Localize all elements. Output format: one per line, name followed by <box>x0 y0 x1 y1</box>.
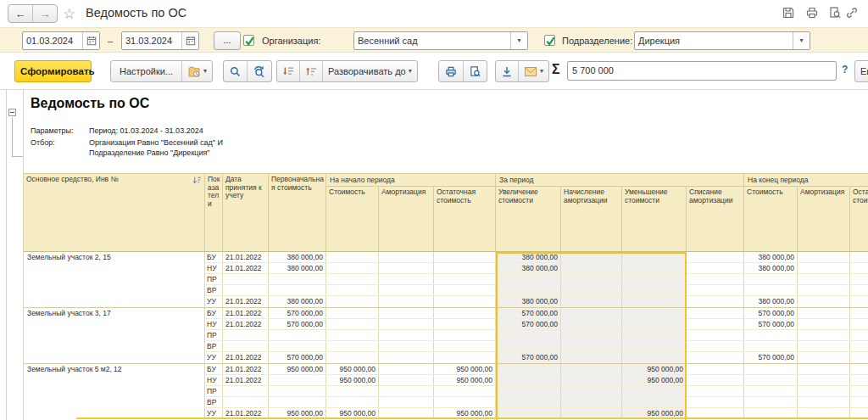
cell-b_resid[interactable] <box>434 330 496 340</box>
cell-e_am[interactable] <box>798 364 850 374</box>
cell-b_resid[interactable] <box>434 341 496 351</box>
cell-b_resid[interactable] <box>434 319 496 329</box>
cell-e_res[interactable] <box>850 397 868 407</box>
org-checkbox[interactable] <box>243 35 254 46</box>
print-preview-button[interactable] <box>463 61 487 81</box>
cell-p_am[interactable] <box>561 341 622 351</box>
cell-ind[interactable]: БУ <box>205 364 223 374</box>
cell-p_dec[interactable] <box>622 319 687 329</box>
cell-e_cost[interactable] <box>744 274 798 284</box>
cell-ind[interactable]: БУ <box>205 252 223 262</box>
header-increase[interactable]: Увеличение стоимости <box>496 187 561 251</box>
header-date[interactable]: Дата принятия к учету <box>223 174 269 251</box>
help-button[interactable]: ? <box>842 64 848 76</box>
cell-e_cost[interactable]: 380 000,00 <box>744 296 798 307</box>
calendar-button-from[interactable] <box>82 32 99 49</box>
cell-p_am[interactable] <box>561 408 622 419</box>
cell-p_dec[interactable] <box>622 263 687 273</box>
cell-p_inc[interactable] <box>496 274 561 284</box>
org-dropdown-button[interactable]: ▾ <box>510 32 527 49</box>
cell-p_dec[interactable]: 950 000,00 <box>622 364 687 374</box>
cell-e_res[interactable] <box>850 386 868 396</box>
header-initial-cost[interactable]: Первоначальная стоимость <box>269 174 326 251</box>
cell-b_cost[interactable] <box>326 263 379 273</box>
find-next-button[interactable] <box>247 61 271 81</box>
cell-ind[interactable]: ВР <box>205 397 223 407</box>
cell-e_cost[interactable] <box>744 330 798 340</box>
cell-e_res[interactable] <box>850 330 868 340</box>
cell-b_cost[interactable] <box>326 386 379 396</box>
cell-date[interactable]: 21.01.2022 <box>223 352 269 363</box>
cell-p_inc[interactable] <box>496 285 561 295</box>
cell-p_am[interactable] <box>561 352 622 363</box>
cell-p_dec[interactable] <box>622 386 687 396</box>
cell-date[interactable] <box>223 397 269 407</box>
header-end-residual[interactable]: Остаточная стоимость <box>850 187 868 251</box>
cell-b_amort[interactable] <box>379 252 434 262</box>
cell-e_am[interactable] <box>798 296 850 307</box>
cell-p_dec[interactable] <box>622 308 687 318</box>
cell-init[interactable] <box>269 386 326 396</box>
cell-p_am[interactable] <box>561 296 622 307</box>
header-begin-amort[interactable]: Амортизация <box>379 187 434 251</box>
cell-e_am[interactable] <box>798 263 850 273</box>
cell-p_inc[interactable] <box>496 397 561 407</box>
favorite-star-icon[interactable]: ☆ <box>63 5 75 23</box>
expand-rows-button[interactable] <box>277 61 299 81</box>
cell-e_res[interactable] <box>850 274 868 284</box>
cell-e_cost[interactable]: 380 000,00 <box>744 263 798 273</box>
cell-ind[interactable]: УУ <box>205 352 223 363</box>
cell-e_am[interactable] <box>798 274 850 284</box>
back-button[interactable]: ← <box>8 5 32 22</box>
cell-e_am[interactable] <box>798 285 850 295</box>
group-collapse-button[interactable] <box>8 109 16 116</box>
cell-b_amort[interactable] <box>379 308 434 318</box>
cell-p_am[interactable] <box>561 386 622 396</box>
cell-b_amort[interactable] <box>379 408 434 419</box>
cell-e_res[interactable] <box>850 408 868 419</box>
cell-ind[interactable]: УУ <box>205 296 223 307</box>
cell-e_cost[interactable] <box>744 364 798 374</box>
cell-b_amort[interactable] <box>379 341 434 351</box>
cell-p_wo[interactable] <box>687 386 744 396</box>
cell-p_inc[interactable]: 380 000,00 <box>496 296 561 307</box>
cell-e_res[interactable] <box>850 308 868 318</box>
cell-date[interactable] <box>223 330 269 340</box>
period-from-input[interactable]: 01.03.2024 <box>22 31 100 50</box>
cell-date[interactable]: 21.01.2022 <box>223 319 269 329</box>
cell-init[interactable]: 380 000,00 <box>269 296 326 307</box>
cell-p_wo[interactable] <box>687 375 744 385</box>
cell-ind[interactable]: ПР <box>205 386 223 396</box>
preview-window-button[interactable] <box>828 6 842 20</box>
cell-b_resid[interactable] <box>434 397 496 407</box>
cell-p_inc[interactable]: 570 000,00 <box>496 352 561 363</box>
cell-e_am[interactable] <box>798 352 850 363</box>
asset-name-cell[interactable]: Земельный участок 5 м2, 12 <box>24 364 205 419</box>
cell-b_resid[interactable]: 950 000,00 <box>434 408 496 419</box>
forward-button[interactable]: → <box>32 5 57 22</box>
header-decrease[interactable]: Уменьшение стоимости <box>622 187 687 251</box>
cell-b_resid[interactable]: 950 000,00 <box>434 364 496 374</box>
cell-e_res[interactable] <box>850 296 868 307</box>
cell-p_wo[interactable] <box>687 341 744 351</box>
header-asset[interactable]: Основное средство, Инв № <box>24 174 205 251</box>
sum-field[interactable]: 5 700 000 <box>567 61 837 81</box>
cell-date[interactable] <box>223 341 269 351</box>
cell-e_res[interactable] <box>850 341 868 351</box>
header-indicator[interactable]: Показатели <box>205 174 223 251</box>
header-begin-period[interactable]: На начало периода <box>326 174 496 187</box>
cell-p_wo[interactable] <box>687 263 744 273</box>
cell-e_cost[interactable] <box>744 285 798 295</box>
cell-init[interactable]: 570 000,00 <box>269 352 326 363</box>
cell-b_resid[interactable] <box>434 352 496 363</box>
cell-p_wo[interactable] <box>687 308 744 318</box>
cell-date[interactable]: 21.01.2022 <box>223 408 269 419</box>
cell-b_amort[interactable] <box>379 319 434 329</box>
cell-p_wo[interactable] <box>687 352 744 363</box>
cell-e_cost[interactable]: 570 000,00 <box>744 352 798 363</box>
cell-b_amort[interactable] <box>379 352 434 363</box>
cell-b_amort[interactable] <box>379 375 434 385</box>
cell-p_am[interactable] <box>561 330 622 340</box>
cell-p_inc[interactable] <box>496 341 561 351</box>
dept-dropdown-button[interactable]: ▾ <box>793 32 810 49</box>
